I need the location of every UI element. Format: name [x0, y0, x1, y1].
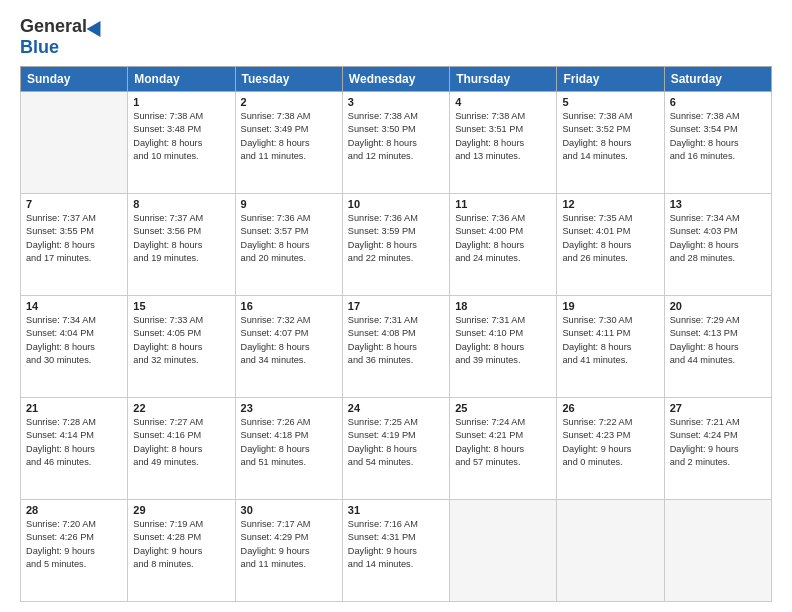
calendar-cell — [557, 500, 664, 602]
day-info: Sunrise: 7:30 AMSunset: 4:11 PMDaylight:… — [562, 314, 658, 367]
day-number: 27 — [670, 402, 766, 414]
calendar-cell: 17Sunrise: 7:31 AMSunset: 4:08 PMDayligh… — [342, 296, 449, 398]
day-number: 28 — [26, 504, 122, 516]
week-row-2: 14Sunrise: 7:34 AMSunset: 4:04 PMDayligh… — [21, 296, 772, 398]
day-info: Sunrise: 7:19 AMSunset: 4:28 PMDaylight:… — [133, 518, 229, 571]
calendar-cell: 18Sunrise: 7:31 AMSunset: 4:10 PMDayligh… — [450, 296, 557, 398]
day-number: 3 — [348, 96, 444, 108]
day-info: Sunrise: 7:36 AMSunset: 3:57 PMDaylight:… — [241, 212, 337, 265]
day-info: Sunrise: 7:37 AMSunset: 3:55 PMDaylight:… — [26, 212, 122, 265]
day-number: 20 — [670, 300, 766, 312]
day-info: Sunrise: 7:38 AMSunset: 3:50 PMDaylight:… — [348, 110, 444, 163]
calendar-cell: 11Sunrise: 7:36 AMSunset: 4:00 PMDayligh… — [450, 194, 557, 296]
calendar-cell: 31Sunrise: 7:16 AMSunset: 4:31 PMDayligh… — [342, 500, 449, 602]
day-number: 7 — [26, 198, 122, 210]
calendar-cell: 13Sunrise: 7:34 AMSunset: 4:03 PMDayligh… — [664, 194, 771, 296]
day-info: Sunrise: 7:31 AMSunset: 4:10 PMDaylight:… — [455, 314, 551, 367]
logo: General Blue — [20, 16, 105, 58]
day-number: 31 — [348, 504, 444, 516]
day-info: Sunrise: 7:17 AMSunset: 4:29 PMDaylight:… — [241, 518, 337, 571]
day-info: Sunrise: 7:21 AMSunset: 4:24 PMDaylight:… — [670, 416, 766, 469]
calendar-cell: 30Sunrise: 7:17 AMSunset: 4:29 PMDayligh… — [235, 500, 342, 602]
day-number: 8 — [133, 198, 229, 210]
day-info: Sunrise: 7:31 AMSunset: 4:08 PMDaylight:… — [348, 314, 444, 367]
calendar-cell: 1Sunrise: 7:38 AMSunset: 3:48 PMDaylight… — [128, 92, 235, 194]
day-info: Sunrise: 7:22 AMSunset: 4:23 PMDaylight:… — [562, 416, 658, 469]
week-row-4: 28Sunrise: 7:20 AMSunset: 4:26 PMDayligh… — [21, 500, 772, 602]
day-number: 18 — [455, 300, 551, 312]
weekday-header-thursday: Thursday — [450, 67, 557, 92]
calendar-cell: 25Sunrise: 7:24 AMSunset: 4:21 PMDayligh… — [450, 398, 557, 500]
day-number: 1 — [133, 96, 229, 108]
day-number: 25 — [455, 402, 551, 414]
calendar-cell — [664, 500, 771, 602]
day-info: Sunrise: 7:27 AMSunset: 4:16 PMDaylight:… — [133, 416, 229, 469]
day-number: 13 — [670, 198, 766, 210]
day-number: 12 — [562, 198, 658, 210]
weekday-header-saturday: Saturday — [664, 67, 771, 92]
day-number: 16 — [241, 300, 337, 312]
day-number: 19 — [562, 300, 658, 312]
header: General Blue — [20, 16, 772, 58]
week-row-1: 7Sunrise: 7:37 AMSunset: 3:55 PMDaylight… — [21, 194, 772, 296]
day-number: 26 — [562, 402, 658, 414]
calendar: SundayMondayTuesdayWednesdayThursdayFrid… — [20, 66, 772, 602]
day-number: 21 — [26, 402, 122, 414]
logo-triangle-icon — [87, 16, 108, 36]
day-number: 30 — [241, 504, 337, 516]
day-info: Sunrise: 7:37 AMSunset: 3:56 PMDaylight:… — [133, 212, 229, 265]
calendar-cell: 3Sunrise: 7:38 AMSunset: 3:50 PMDaylight… — [342, 92, 449, 194]
calendar-cell — [21, 92, 128, 194]
weekday-header-sunday: Sunday — [21, 67, 128, 92]
weekday-header-friday: Friday — [557, 67, 664, 92]
day-info: Sunrise: 7:36 AMSunset: 4:00 PMDaylight:… — [455, 212, 551, 265]
day-number: 2 — [241, 96, 337, 108]
calendar-cell: 16Sunrise: 7:32 AMSunset: 4:07 PMDayligh… — [235, 296, 342, 398]
calendar-cell: 28Sunrise: 7:20 AMSunset: 4:26 PMDayligh… — [21, 500, 128, 602]
weekday-header-tuesday: Tuesday — [235, 67, 342, 92]
week-row-3: 21Sunrise: 7:28 AMSunset: 4:14 PMDayligh… — [21, 398, 772, 500]
weekday-header-row: SundayMondayTuesdayWednesdayThursdayFrid… — [21, 67, 772, 92]
day-info: Sunrise: 7:33 AMSunset: 4:05 PMDaylight:… — [133, 314, 229, 367]
day-number: 11 — [455, 198, 551, 210]
calendar-cell: 14Sunrise: 7:34 AMSunset: 4:04 PMDayligh… — [21, 296, 128, 398]
day-info: Sunrise: 7:38 AMSunset: 3:51 PMDaylight:… — [455, 110, 551, 163]
weekday-header-wednesday: Wednesday — [342, 67, 449, 92]
calendar-cell: 7Sunrise: 7:37 AMSunset: 3:55 PMDaylight… — [21, 194, 128, 296]
day-info: Sunrise: 7:20 AMSunset: 4:26 PMDaylight:… — [26, 518, 122, 571]
calendar-cell: 23Sunrise: 7:26 AMSunset: 4:18 PMDayligh… — [235, 398, 342, 500]
day-info: Sunrise: 7:32 AMSunset: 4:07 PMDaylight:… — [241, 314, 337, 367]
day-number: 15 — [133, 300, 229, 312]
day-number: 24 — [348, 402, 444, 414]
calendar-cell: 9Sunrise: 7:36 AMSunset: 3:57 PMDaylight… — [235, 194, 342, 296]
calendar-cell: 21Sunrise: 7:28 AMSunset: 4:14 PMDayligh… — [21, 398, 128, 500]
day-info: Sunrise: 7:25 AMSunset: 4:19 PMDaylight:… — [348, 416, 444, 469]
day-info: Sunrise: 7:38 AMSunset: 3:49 PMDaylight:… — [241, 110, 337, 163]
calendar-cell: 27Sunrise: 7:21 AMSunset: 4:24 PMDayligh… — [664, 398, 771, 500]
day-number: 23 — [241, 402, 337, 414]
calendar-cell: 22Sunrise: 7:27 AMSunset: 4:16 PMDayligh… — [128, 398, 235, 500]
calendar-cell: 2Sunrise: 7:38 AMSunset: 3:49 PMDaylight… — [235, 92, 342, 194]
day-number: 5 — [562, 96, 658, 108]
day-info: Sunrise: 7:34 AMSunset: 4:04 PMDaylight:… — [26, 314, 122, 367]
day-info: Sunrise: 7:36 AMSunset: 3:59 PMDaylight:… — [348, 212, 444, 265]
calendar-cell: 6Sunrise: 7:38 AMSunset: 3:54 PMDaylight… — [664, 92, 771, 194]
calendar-cell: 10Sunrise: 7:36 AMSunset: 3:59 PMDayligh… — [342, 194, 449, 296]
logo-blue: Blue — [20, 37, 59, 58]
calendar-cell: 15Sunrise: 7:33 AMSunset: 4:05 PMDayligh… — [128, 296, 235, 398]
day-info: Sunrise: 7:38 AMSunset: 3:52 PMDaylight:… — [562, 110, 658, 163]
day-info: Sunrise: 7:28 AMSunset: 4:14 PMDaylight:… — [26, 416, 122, 469]
calendar-cell: 5Sunrise: 7:38 AMSunset: 3:52 PMDaylight… — [557, 92, 664, 194]
day-info: Sunrise: 7:29 AMSunset: 4:13 PMDaylight:… — [670, 314, 766, 367]
day-info: Sunrise: 7:16 AMSunset: 4:31 PMDaylight:… — [348, 518, 444, 571]
calendar-cell: 29Sunrise: 7:19 AMSunset: 4:28 PMDayligh… — [128, 500, 235, 602]
day-number: 29 — [133, 504, 229, 516]
logo-general: General — [20, 16, 87, 37]
weekday-header-monday: Monday — [128, 67, 235, 92]
day-number: 22 — [133, 402, 229, 414]
day-info: Sunrise: 7:38 AMSunset: 3:54 PMDaylight:… — [670, 110, 766, 163]
calendar-cell: 12Sunrise: 7:35 AMSunset: 4:01 PMDayligh… — [557, 194, 664, 296]
calendar-cell: 26Sunrise: 7:22 AMSunset: 4:23 PMDayligh… — [557, 398, 664, 500]
day-info: Sunrise: 7:34 AMSunset: 4:03 PMDaylight:… — [670, 212, 766, 265]
day-number: 17 — [348, 300, 444, 312]
